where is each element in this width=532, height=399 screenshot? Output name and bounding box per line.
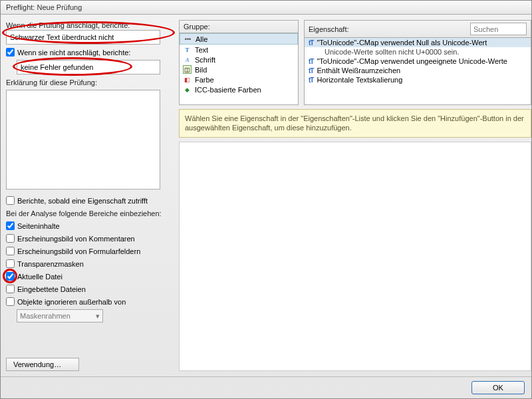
preflight-dialog: Preflight: Neue Prüfung Wenn die Prüfung… — [0, 0, 532, 399]
tt-icon: tT — [309, 76, 313, 84]
eigenschaft-header: Eigenschaft: — [304, 20, 531, 37]
right-pane: Gruppe: •••AlleTTextASchrift◫Bild◧Farbe◆… — [179, 20, 531, 371]
when-not-hits-check[interactable]: Wenn sie nicht anschlägt, berichte: — [6, 48, 174, 57]
gruppe-item[interactable]: ◧Farbe — [180, 74, 298, 84]
hint-box: Wählen Sie eine Eigenschaft in der "Eige… — [179, 109, 531, 138]
eigenschaft-list[interactable]: tT"ToUnicode"-CMap verwendet Null als Un… — [304, 37, 531, 105]
eigenschaft-item[interactable]: tT"ToUnicode"-CMap verwendet Null als Un… — [305, 38, 531, 47]
chk-seiten[interactable]: Seiteninhalte — [6, 221, 174, 230]
gruppe-item[interactable]: ◫Bild — [180, 65, 298, 74]
chk-kommentare[interactable]: Erscheinungsbild von Kommentaren — [6, 234, 174, 243]
analyze-label: Bei der Analyse folgende Bereiche einbez… — [6, 209, 174, 217]
eigenschaft-sub: Unicode-Werte sollten nicht U+0000 sein. — [305, 47, 531, 57]
gruppe-item[interactable]: TText — [180, 45, 298, 55]
explain-textarea[interactable] — [6, 90, 160, 190]
verwendung-button[interactable]: Verwendung… — [6, 358, 79, 371]
gruppe-item[interactable]: ASchrift — [180, 55, 298, 65]
gruppe-label: Gruppe: — [179, 20, 299, 33]
when-not-hits-label: Wenn sie nicht anschlägt, berichte: — [17, 49, 130, 57]
top-row: Gruppe: •••AlleTTextASchrift◫Bild◧Farbe◆… — [179, 20, 531, 105]
content: Wenn die Prüfung anschlägt, berichte: We… — [1, 15, 531, 376]
eigenschaft-label: Eigenschaft: — [309, 25, 470, 33]
ok-button[interactable]: OK — [471, 381, 525, 394]
eigenschaft-item[interactable]: tT"ToUnicode"-CMap verwendet ungeeignete… — [305, 57, 531, 66]
when-hits-input[interactable] — [6, 30, 160, 45]
when-not-hits-input[interactable] — [17, 60, 160, 74]
tt-icon: tT — [309, 58, 313, 65]
gruppe-list[interactable]: •••AlleTTextASchrift◫Bild◧Farbe◆ICC-basi… — [179, 33, 299, 105]
gruppe-item[interactable]: •••Alle — [180, 33, 298, 45]
chk-eingebettete[interactable]: Eingebettete Dateien — [6, 285, 174, 293]
chk-aktuelle-datei[interactable]: Aktuelle Datei — [6, 272, 174, 281]
lower-panel — [179, 142, 531, 371]
gruppe-column: Gruppe: •••AlleTTextASchrift◫Bild◧Farbe◆… — [179, 20, 299, 105]
tt-icon: tT — [309, 67, 313, 74]
eigenschaft-column: Eigenschaft: tT"ToUnicode"-CMap verwende… — [304, 20, 531, 105]
chk-transparenz[interactable]: Transparenzmasken — [6, 259, 174, 268]
chevron-down-icon: ▾ — [96, 312, 100, 321]
report-asap-check[interactable]: Berichte, sobald eine Eigenschaft zutrif… — [6, 196, 174, 205]
when-hits-label: Wenn die Prüfung anschlägt, berichte: — [6, 21, 174, 29]
chk-ignorieren[interactable]: Objekte ignorieren außerhalb von — [6, 297, 174, 306]
report-asap-checkbox[interactable] — [6, 196, 15, 205]
search-input[interactable] — [470, 23, 527, 35]
left-pane: Wenn die Prüfung anschlägt, berichte: We… — [6, 20, 174, 371]
explain-label: Erklärung für diese Prüfung: — [6, 78, 174, 86]
when-not-hits-checkbox[interactable] — [6, 48, 15, 57]
eigenschaft-item[interactable]: tTHorizontale Textskalierung — [305, 75, 531, 84]
footer: OK — [1, 376, 531, 398]
tt-icon: tT — [309, 39, 313, 47]
chk-formular[interactable]: Erscheinungsbild von Formularfeldern — [6, 247, 174, 255]
eigenschaft-item[interactable]: tTEnthält Weißraumzeichen — [305, 66, 531, 75]
titlebar: Preflight: Neue Prüfung — [1, 1, 531, 15]
maskenrahmen-dropdown[interactable]: Maskenrahmen ▾ — [17, 309, 103, 323]
gruppe-item[interactable]: ◆ICC-basierte Farben — [180, 84, 298, 94]
